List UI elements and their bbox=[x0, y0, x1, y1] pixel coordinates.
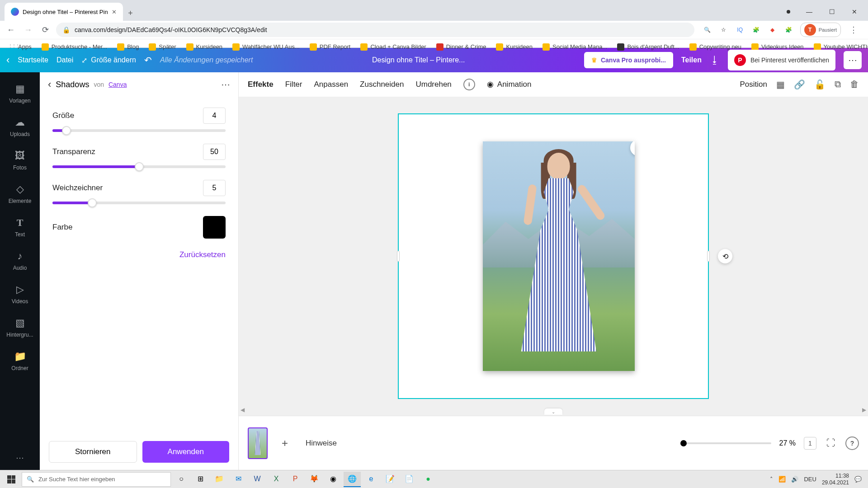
resize-handle-right[interactable] bbox=[707, 251, 710, 262]
add-page-button[interactable]: + bbox=[275, 433, 295, 453]
document-title[interactable]: Design ohne Titel – Pintere... bbox=[372, 56, 465, 64]
tray-expand-icon[interactable]: ˄ bbox=[770, 476, 773, 483]
extension-3-icon[interactable]: ◆ bbox=[768, 25, 778, 35]
star-icon[interactable]: ☆ bbox=[719, 25, 729, 35]
taskbar-search[interactable]: 🔍 Zur Suche Text hier eingeben bbox=[22, 472, 171, 487]
apply-button[interactable]: Anwenden bbox=[142, 441, 230, 463]
extension-1-icon[interactable]: IQ bbox=[735, 25, 745, 35]
browser-tab[interactable]: Design ohne Titel – Pinterest Pin ✕ bbox=[5, 3, 123, 21]
nav-more-button[interactable]: ⋯ bbox=[16, 446, 24, 470]
canvas-viewport[interactable]: ◀ ▶ ⟳ ⟲ ⌄ bbox=[239, 97, 868, 416]
duplicate-icon[interactable]: ⧉ bbox=[835, 79, 841, 89]
nav-background[interactable]: ▧Hintergru... bbox=[0, 312, 40, 343]
wifi-icon[interactable]: 📶 bbox=[778, 476, 786, 483]
zoom-slider[interactable] bbox=[681, 442, 771, 444]
zoom-percent[interactable]: 27 % bbox=[779, 439, 796, 447]
reset-button[interactable]: Zurücksetzen bbox=[52, 250, 226, 259]
publish-pinterest-button[interactable]: P Bei Pinterest veröffentlichen bbox=[728, 50, 835, 70]
page-grid-button[interactable]: 1 bbox=[804, 437, 816, 450]
color-swatch[interactable] bbox=[203, 216, 226, 239]
position-button[interactable]: Position bbox=[740, 80, 767, 89]
zoom-icon[interactable]: 🔍 bbox=[703, 25, 712, 35]
excel-icon[interactable]: X bbox=[268, 472, 285, 487]
animation-tab[interactable]: ◉Animation bbox=[487, 80, 532, 89]
photo-element[interactable]: ⟳ bbox=[483, 141, 635, 371]
back-home-icon[interactable]: ‹ bbox=[6, 54, 9, 66]
close-tab-icon[interactable]: ✕ bbox=[112, 9, 117, 15]
volume-icon[interactable]: 🔊 bbox=[791, 476, 798, 483]
notes-button[interactable]: Hinweise bbox=[306, 439, 337, 448]
obs-icon[interactable]: ◉ bbox=[325, 472, 342, 487]
design-page[interactable]: ⟳ ⟲ bbox=[398, 113, 709, 399]
notifications-icon[interactable]: 💬 bbox=[854, 476, 862, 483]
explorer-icon[interactable]: 📁 bbox=[211, 472, 228, 487]
panel-author-link[interactable]: Canva bbox=[108, 81, 127, 88]
bookmark-1[interactable]: Produktsuche - Mer... bbox=[38, 42, 111, 52]
resize-menu[interactable]: ⤢Größe ändern bbox=[81, 56, 136, 65]
word-icon[interactable]: W bbox=[249, 472, 266, 487]
new-tab-button[interactable]: + bbox=[123, 5, 138, 21]
bookmark-10[interactable]: Social Media Mana... bbox=[539, 42, 611, 52]
chrome-icon[interactable]: 🌐 bbox=[344, 472, 361, 487]
task-view-icon[interactable]: ⊞ bbox=[192, 472, 209, 487]
back-button[interactable]: ← bbox=[5, 23, 17, 36]
reload-button[interactable]: ⟳ bbox=[39, 23, 52, 36]
scroll-right-icon[interactable]: ▶ bbox=[862, 407, 866, 413]
filter-tab[interactable]: Filter bbox=[285, 80, 302, 89]
home-link[interactable]: Startseite bbox=[18, 56, 48, 64]
nav-uploads[interactable]: ☁Uploads bbox=[0, 111, 40, 143]
cortana-icon[interactable]: ○ bbox=[173, 472, 190, 487]
bookmark-7[interactable]: Cload + Canva Bilder bbox=[357, 42, 429, 52]
spotify-icon[interactable]: ● bbox=[420, 472, 437, 487]
undo-button[interactable]: ↶ bbox=[144, 55, 152, 66]
profile-pause-pill[interactable]: T Pausiert bbox=[800, 23, 841, 37]
maximize-button[interactable]: ☐ bbox=[821, 4, 843, 19]
effects-tab[interactable]: Effekte bbox=[248, 80, 274, 89]
size-value[interactable]: 4 bbox=[203, 108, 226, 124]
notepad-icon[interactable]: 📝 bbox=[382, 472, 399, 487]
transparency-icon[interactable]: ▦ bbox=[776, 79, 785, 90]
refresh-handle-icon[interactable]: ⟳ bbox=[630, 141, 635, 156]
extension-2-icon[interactable]: 🧩 bbox=[751, 25, 761, 35]
bookmark-11[interactable]: Bois d'Argent Duft... bbox=[613, 42, 683, 52]
nav-audio[interactable]: ♪Audio bbox=[0, 245, 40, 277]
bookmark-5[interactable]: Wahlfächer WU Aus... bbox=[229, 42, 303, 52]
panel-back-button[interactable]: ‹ bbox=[48, 79, 51, 90]
edge-icon[interactable]: e bbox=[363, 472, 380, 487]
mail-icon[interactable]: ✉ bbox=[230, 472, 247, 487]
minimize-button[interactable]: ― bbox=[798, 4, 820, 19]
lock-button-icon[interactable]: 🔓 bbox=[814, 79, 826, 90]
bookmark-9[interactable]: Kursideen bbox=[492, 42, 536, 52]
blur-slider[interactable] bbox=[52, 202, 226, 204]
size-slider[interactable] bbox=[52, 129, 226, 132]
nav-text[interactable]: TText bbox=[0, 211, 40, 243]
nav-templates[interactable]: ▦Vorlagen bbox=[0, 78, 40, 109]
flip-tab[interactable]: Umdrehen bbox=[415, 80, 451, 89]
firefox-icon[interactable]: 🦊 bbox=[306, 472, 323, 487]
bookmark-4[interactable]: Kursideen bbox=[183, 42, 226, 52]
bookmark-8[interactable]: Dinner & Crime bbox=[433, 42, 490, 52]
more-menu-button[interactable]: ⋯ bbox=[844, 51, 862, 69]
download-button[interactable]: ⭳ bbox=[710, 54, 720, 66]
close-window-button[interactable]: ✕ bbox=[844, 4, 865, 19]
nav-folders[interactable]: 📁Ordner bbox=[0, 345, 40, 377]
file-menu[interactable]: Datei bbox=[57, 56, 73, 64]
url-field[interactable]: 🔒 canva.com/design/DAEdCa69Qs4/-oIKL0OIG… bbox=[56, 23, 694, 37]
transparency-slider[interactable] bbox=[52, 165, 226, 168]
link-icon[interactable]: 🔗 bbox=[794, 79, 805, 90]
apps-button[interactable]: Apps bbox=[5, 42, 35, 52]
language-indicator[interactable]: DEU bbox=[804, 476, 816, 483]
resize-handle-left[interactable] bbox=[397, 251, 400, 262]
scroll-left-icon[interactable]: ◀ bbox=[241, 407, 245, 413]
app-icon[interactable]: 📄 bbox=[401, 472, 418, 487]
panel-more-button[interactable]: ⋯ bbox=[221, 79, 230, 90]
page-thumbnail-1[interactable] bbox=[248, 427, 268, 459]
help-button[interactable]: ? bbox=[845, 436, 859, 450]
fullscreen-button[interactable]: ⛶ bbox=[825, 437, 837, 450]
info-icon[interactable]: i bbox=[463, 79, 475, 90]
blur-value[interactable]: 5 bbox=[203, 180, 226, 196]
nav-photos[interactable]: 🖼Fotos bbox=[0, 145, 40, 176]
bookmark-6[interactable]: PDF Report bbox=[306, 42, 354, 52]
share-button[interactable]: Teilen bbox=[681, 56, 702, 64]
page-collapse-icon[interactable]: ⌄ bbox=[544, 408, 562, 415]
